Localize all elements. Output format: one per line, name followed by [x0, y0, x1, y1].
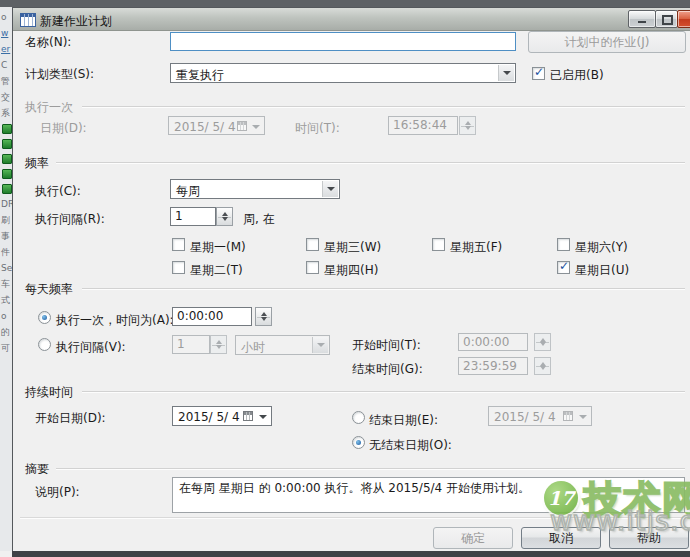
cancel-button[interactable]: 取消: [521, 527, 601, 549]
description-box[interactable]: 在每周 星期日 的 0:00:00 执行。将从 2015/5/4 开始使用计划。: [172, 477, 685, 513]
saturday-label: 星期六(Y): [575, 239, 628, 256]
close-button[interactable]: [677, 10, 690, 28]
spinner-down-icon: [540, 366, 546, 370]
recurs-unit-label: 周, 在: [243, 211, 275, 228]
occurs-value: 每周: [176, 183, 200, 200]
background-fragment: Se: [1, 263, 12, 274]
end-date-picker: 2015/ 5/ 4: [488, 406, 592, 426]
end-date-radio[interactable]: [352, 411, 365, 424]
thursday-checkbox[interactable]: [306, 261, 319, 274]
daily-end-time-label: 结束时间(G):: [352, 361, 423, 378]
background-fragment: 可: [1, 343, 12, 354]
interval-unit-select: 小时: [235, 335, 330, 355]
background-fragment: 管: [1, 76, 12, 87]
one-time-time-field: 16:58:44: [388, 116, 458, 135]
dialog-titlebar[interactable]: [13, 8, 690, 31]
background-fragment: 事: [1, 231, 12, 242]
chevron-down-icon: [312, 337, 328, 353]
monday-label: 星期一(M): [190, 239, 246, 256]
occurs-interval-label: 执行间隔(V):: [56, 339, 126, 356]
jobs-in-schedule-button: 计划中的作业(J): [528, 31, 686, 53]
group-divider: [82, 106, 685, 107]
group-divider: [56, 468, 685, 469]
enabled-label: 已启用(B): [550, 67, 604, 84]
description-label: 说明(P):: [35, 484, 80, 501]
tree-node-icon: [2, 124, 12, 134]
monday-checkbox[interactable]: [172, 238, 185, 251]
start-date-picker[interactable]: 2015/ 5/ 4: [172, 406, 272, 426]
recurs-every-field[interactable]: 1: [170, 207, 216, 226]
help-button[interactable]: 帮助: [609, 527, 689, 549]
maximize-icon: [662, 15, 673, 25]
one-time-date-label: 日期(D):: [40, 120, 87, 137]
saturday-checkbox[interactable]: [557, 238, 570, 251]
thursday-label: 星期四(H): [324, 262, 378, 279]
spinner-down-icon: [540, 342, 546, 346]
name-input[interactable]: [170, 32, 516, 51]
recurs-every-spinner[interactable]: [216, 207, 233, 226]
chevron-down-icon[interactable]: [498, 65, 514, 81]
calendar-icon: [563, 411, 573, 421]
background-fragment: 件: [1, 247, 12, 258]
chevron-down-icon[interactable]: [322, 181, 338, 197]
background-fragment: 系: [1, 108, 12, 119]
background-fragment: 的: [1, 327, 12, 338]
daily-start-time-label: 开始时间(T):: [352, 337, 421, 354]
tuesday-checkbox[interactable]: [172, 261, 185, 274]
spinner-down-icon: [222, 217, 228, 221]
schedule-type-label: 计划类型(S):: [25, 66, 94, 83]
minimize-button[interactable]: [628, 10, 656, 28]
interval-value-spinner: [210, 335, 227, 354]
footer-divider: [20, 517, 685, 518]
group-divider: [56, 162, 685, 163]
tree-node-icon: [2, 139, 12, 149]
occurs-select[interactable]: 每周: [170, 179, 340, 199]
chevron-down-icon: [259, 415, 267, 419]
occurs-interval-radio[interactable]: [38, 338, 51, 351]
tree-node-icon: [2, 184, 12, 194]
daily-frequency-group-label: 每天频率: [25, 281, 73, 298]
frequency-group-label: 频率: [25, 155, 49, 172]
group-divider: [82, 391, 685, 392]
tree-node-icon: [2, 169, 12, 179]
dialog-bottom-frame: [12, 551, 690, 557]
table-grid-icon: [20, 13, 36, 27]
parent-window-titlebar: [0, 0, 690, 7]
spinner-up-icon: [216, 340, 222, 344]
summary-group-label: 摘要: [25, 461, 49, 478]
spinner-down-icon: [261, 317, 267, 321]
no-end-date-label: 无结束日期(O):: [369, 437, 452, 454]
occurs-once-time-field[interactable]: 0:00:00: [172, 307, 252, 326]
new-job-schedule-dialog: [12, 7, 690, 552]
duration-group-label: 持续时间: [25, 384, 73, 401]
background-fragment: 车: [1, 279, 12, 290]
schedule-type-value: 重复执行: [176, 67, 224, 84]
background-fragment: C: [1, 60, 12, 71]
spinner-up-icon: [261, 312, 267, 316]
spinner-up-icon: [465, 121, 471, 125]
ok-button: 确定: [433, 527, 513, 549]
wednesday-checkbox[interactable]: [306, 238, 319, 251]
end-date-label: 结束日期(E):: [369, 412, 438, 429]
daily-start-time-spinner: [534, 333, 551, 351]
maximize-button[interactable]: [655, 10, 678, 28]
no-end-date-radio[interactable]: [352, 436, 365, 449]
sunday-label: 星期日(U): [575, 262, 629, 279]
spinner-down-icon: [465, 126, 471, 130]
chevron-down-icon: [579, 415, 587, 419]
sunday-checkbox[interactable]: [557, 261, 570, 274]
background-fragment: o: [1, 12, 12, 23]
friday-checkbox[interactable]: [432, 238, 445, 251]
occurs-once-radio[interactable]: [38, 311, 51, 324]
group-divider: [82, 288, 685, 289]
schedule-type-select[interactable]: 重复执行: [170, 63, 516, 83]
occurs-once-time-spinner[interactable]: [255, 307, 272, 326]
enabled-checkbox[interactable]: [532, 67, 545, 80]
background-fragment: 式: [1, 295, 12, 306]
daily-end-time-field: 23:59:59: [458, 357, 528, 375]
one-time-date-value: 2015/ 5/ 4: [174, 120, 236, 134]
name-label: 名称(N):: [25, 34, 71, 51]
interval-value-field: 1: [172, 335, 210, 354]
wednesday-label: 星期三(W): [324, 239, 381, 256]
occurs-once-label: 执行一次，时间为(A):: [56, 312, 174, 329]
